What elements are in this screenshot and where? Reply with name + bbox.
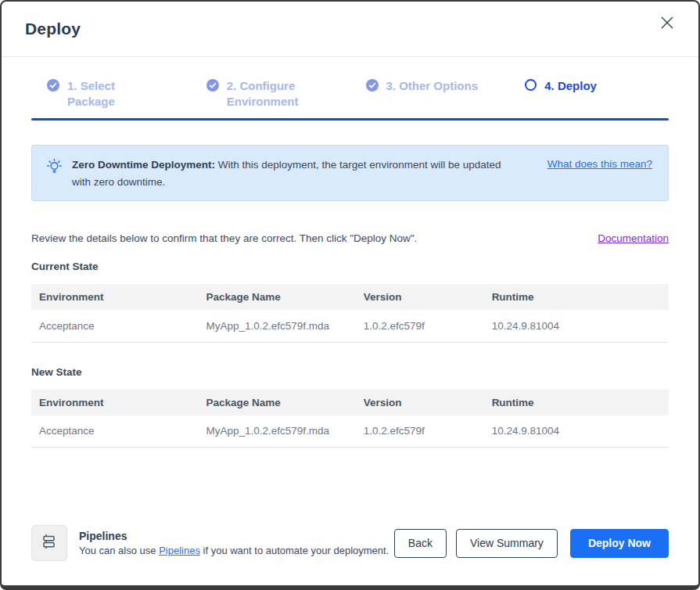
column-header-runtime: Runtime xyxy=(484,284,669,310)
check-circle-icon xyxy=(206,79,219,95)
step-label: 4. Deploy xyxy=(544,78,597,94)
pipelines-description: You can also use Pipelines if you want t… xyxy=(79,545,389,556)
column-header-package-name: Package Name xyxy=(199,390,356,416)
what-does-this-mean-link[interactable]: What does this mean? xyxy=(547,158,652,170)
table-header-row: Environment Package Name Version Runtime xyxy=(31,390,669,416)
close-button[interactable] xyxy=(656,13,678,34)
view-summary-button[interactable]: View Summary xyxy=(456,529,558,558)
zero-downtime-banner: Zero Downtime Deployment: With this depl… xyxy=(31,145,669,201)
dialog-header: Deploy xyxy=(2,2,698,57)
new-state-title: New State xyxy=(31,366,669,378)
cell-runtime: 10.24.9.81004 xyxy=(484,416,669,448)
table-row: Acceptance MyApp_1.0.2.efc579f.mda 1.0.2… xyxy=(31,416,669,448)
step-deploy[interactable]: 4. Deploy xyxy=(509,78,669,118)
pipelines-text-block: Pipelines You can also use Pipelines if … xyxy=(79,530,389,556)
deploy-dialog: Deploy 1. Select Package 2. Configure En… xyxy=(0,0,700,590)
documentation-link[interactable]: Documentation xyxy=(598,232,669,244)
cell-version: 1.0.2.efc579f xyxy=(356,416,484,448)
pipelines-desc-after: if you want to automate your deployment. xyxy=(200,545,389,556)
step-label: 3. Other Options xyxy=(386,78,479,94)
wizard-stepper: 1. Select Package 2. Configure Environme… xyxy=(31,57,669,118)
step-other-options[interactable]: 3. Other Options xyxy=(350,78,510,118)
pipelines-desc-before: You can also use xyxy=(79,545,159,556)
column-header-package-name: Package Name xyxy=(199,284,356,310)
cell-version: 1.0.2.efc579f xyxy=(356,310,484,342)
pipelines-icon xyxy=(40,532,59,554)
review-instruction: Review the details below to confirm that… xyxy=(31,232,417,244)
column-header-version: Version xyxy=(356,284,484,310)
banner-message-title: Zero Downtime Deployment: xyxy=(72,159,215,171)
dialog-footer: Pipelines You can also use Pipelines if … xyxy=(2,525,698,585)
step-configure-environment[interactable]: 2. Configure Environment xyxy=(191,78,350,118)
column-header-runtime: Runtime xyxy=(484,390,669,416)
back-button[interactable]: Back xyxy=(394,529,447,558)
step-label: 1. Select Package xyxy=(67,78,161,110)
cell-runtime: 10.24.9.81004 xyxy=(484,310,669,342)
column-header-environment: Environment xyxy=(31,284,199,310)
cell-environment: Acceptance xyxy=(31,310,199,342)
dialog-body: 1. Select Package 2. Configure Environme… xyxy=(2,57,698,525)
step-label: 2. Configure Environment xyxy=(227,78,321,110)
pipelines-link[interactable]: Pipelines xyxy=(159,545,200,556)
check-circle-icon xyxy=(366,79,379,95)
close-icon xyxy=(659,14,676,34)
circle-outline-icon xyxy=(525,79,537,91)
banner-message: Zero Downtime Deployment: With this depl… xyxy=(72,156,510,190)
current-state-title: Current State xyxy=(31,261,669,272)
footer-buttons: Back View Summary Deploy Now xyxy=(394,529,669,558)
column-header-version: Version xyxy=(356,390,484,416)
pipelines-title: Pipelines xyxy=(79,530,389,542)
step-select-package[interactable]: 1. Select Package xyxy=(31,78,191,118)
cell-environment: Acceptance xyxy=(31,416,199,448)
column-header-environment: Environment xyxy=(31,390,199,416)
table-row: Acceptance MyApp_1.0.2.efc579f.mda 1.0.2… xyxy=(31,310,669,342)
current-state-table: Environment Package Name Version Runtime… xyxy=(31,284,669,343)
pipelines-icon-box xyxy=(31,525,67,561)
deploy-now-button[interactable]: Deploy Now xyxy=(570,529,669,558)
dialog-title: Deploy xyxy=(25,20,81,38)
stepper-progress-line xyxy=(31,118,669,121)
table-header-row: Environment Package Name Version Runtime xyxy=(31,284,669,310)
cell-package-name: MyApp_1.0.2.efc579f.mda xyxy=(199,310,356,342)
new-state-table: Environment Package Name Version Runtime… xyxy=(31,390,669,448)
cell-package-name: MyApp_1.0.2.efc579f.mda xyxy=(199,416,356,448)
check-circle-icon xyxy=(47,79,59,95)
lightbulb-icon xyxy=(46,158,63,178)
review-row: Review the details below to confirm that… xyxy=(31,232,669,244)
